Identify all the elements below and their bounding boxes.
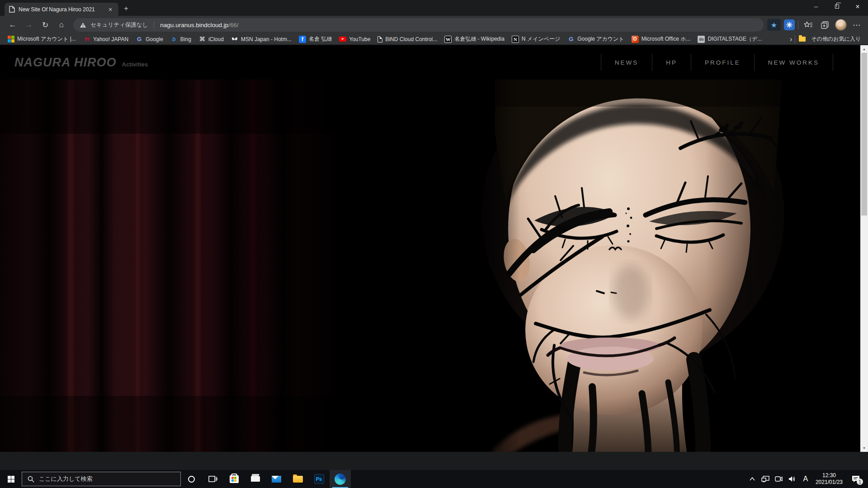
- url-host: nagu.uranus.bindcloud.jp: [160, 22, 228, 28]
- notification-badge: 1: [857, 479, 863, 485]
- store-bag-icon: [230, 475, 239, 483]
- scroll-down-arrow[interactable]: ▼: [860, 444, 868, 452]
- snowflake-icon: [786, 22, 793, 28]
- n-letter-icon: N: [512, 36, 519, 43]
- microsoft-icon: [7, 36, 14, 43]
- windows-logo-icon: [8, 476, 14, 483]
- network-status[interactable]: [759, 470, 772, 488]
- back-button[interactable]: ←: [5, 17, 21, 33]
- address-separator: [154, 21, 154, 28]
- extension-button[interactable]: [784, 19, 795, 30]
- volume-control[interactable]: [786, 470, 799, 488]
- favorites-star-icon: [804, 21, 813, 28]
- tab-bar: New Site Of Nagura Hiroo 2021 × + ─ ×: [0, 0, 868, 16]
- page-scrollbar[interactable]: ▲ ▼: [860, 45, 868, 452]
- speaker-icon: [788, 476, 796, 482]
- bookmark-google[interactable]: G Google: [132, 34, 167, 44]
- apple-icon: ⌘: [198, 36, 206, 43]
- reload-button[interactable]: ↻: [37, 17, 53, 33]
- folder-icon: [799, 37, 806, 42]
- home-button[interactable]: ⌂: [53, 17, 70, 33]
- bookmark-n-mainpage[interactable]: N N メインページ: [508, 34, 564, 44]
- search-icon: [28, 476, 34, 483]
- bookmark-yahoo-japan[interactable]: Y! Yahoo! JAPAN: [80, 34, 132, 44]
- ethernet-icon: [761, 476, 769, 482]
- bookmark-bind-cloud[interactable]: BiND Cloud Control...: [374, 34, 441, 44]
- bookmark-microsoft[interactable]: Microsoft アカウント |...: [4, 34, 80, 44]
- collections-button[interactable]: [818, 19, 832, 31]
- favorite-star-button[interactable]: ★: [767, 19, 781, 31]
- address-bar[interactable]: セキュリティ保護なし nagu.uranus.bindcloud.jp/66/: [73, 18, 764, 32]
- edge-icon: [335, 474, 346, 485]
- taskbar-clock[interactable]: 12:30 2021/01/23: [812, 470, 846, 488]
- settings-menu-button[interactable]: ⋯: [850, 19, 863, 31]
- profile-avatar[interactable]: [835, 19, 847, 31]
- bookmark-office[interactable]: O Microsoft Office ホ...: [628, 34, 694, 44]
- security-warning-icon: [80, 22, 86, 28]
- browser-tab[interactable]: New Site Of Nagura Hiroo 2021 ×: [5, 3, 118, 16]
- action-center-button[interactable]: 1: [846, 470, 865, 488]
- search-placeholder: ここに入力して検索: [39, 475, 93, 483]
- page-viewport: NAGURA HIROO Activities NEWS HP PROFILE …: [0, 45, 868, 452]
- windows-taskbar: ここに入力して検索 Ps: [0, 470, 868, 488]
- ime-indicator[interactable]: A: [799, 470, 812, 488]
- scrollbar-thumb[interactable]: [861, 53, 867, 216]
- bookmark-msn[interactable]: MSN Japan - Hotm...: [227, 34, 295, 44]
- tab-title: New Site Of Nagura Hiroo 2021: [19, 6, 103, 13]
- office-icon: O: [632, 36, 639, 43]
- bookmark-overflow-chevron[interactable]: ›: [787, 35, 795, 43]
- chevron-up-icon: [750, 477, 755, 481]
- scroll-up-arrow[interactable]: ▲: [860, 45, 868, 53]
- new-tab-button[interactable]: +: [118, 4, 134, 16]
- bookmark-icloud[interactable]: ⌘ iCloud: [195, 34, 227, 44]
- bookmark-digitalstage[interactable]: ds DIGITALSTAGE（デ...: [694, 34, 765, 44]
- toolbar-separator: [798, 21, 798, 29]
- bing-icon: b: [170, 36, 178, 43]
- restore-icon: [835, 5, 839, 9]
- file-explorer-button[interactable]: [287, 470, 308, 488]
- cortana-button[interactable]: [181, 470, 202, 488]
- start-button[interactable]: [0, 470, 22, 488]
- close-button[interactable]: ×: [847, 0, 868, 13]
- google-icon: G: [136, 36, 143, 43]
- bookmark-bing[interactable]: b Bing: [167, 34, 195, 44]
- package-app-button[interactable]: [245, 470, 266, 488]
- cortana-icon: [188, 476, 195, 483]
- hero-artwork: [0, 80, 868, 452]
- package-box-icon: [251, 476, 260, 482]
- security-warning-label: セキュリティ保護なし: [90, 21, 148, 29]
- browser-toolbar: ← → ↻ ⌂ セキュリティ保護なし nagu.uranus.bindcloud…: [0, 16, 868, 34]
- task-view-button[interactable]: [202, 470, 223, 488]
- tray-expand-button[interactable]: [746, 470, 759, 488]
- mail-app-button[interactable]: [266, 470, 287, 488]
- bookmarks-bar: Microsoft アカウント |... Y! Yahoo! JAPAN G G…: [0, 34, 868, 45]
- favorites-menu-button[interactable]: [802, 19, 815, 31]
- youtube-icon: [339, 37, 346, 42]
- system-tray: A 12:30 2021/01/23 1: [746, 470, 868, 488]
- nav-item-news[interactable]: NEWS: [601, 59, 652, 66]
- bookmark-google-account[interactable]: G Google アカウント: [564, 34, 627, 44]
- forward-button[interactable]: →: [21, 17, 37, 33]
- site-header: NAGURA HIROO Activities NEWS HP PROFILE …: [0, 45, 860, 80]
- google-icon: G: [567, 36, 575, 43]
- bookmark-facebook[interactable]: f 名倉 弘雄: [295, 34, 335, 44]
- edge-browser-button[interactable]: [330, 470, 351, 488]
- microsoft-store-button[interactable]: [223, 470, 245, 488]
- nav-item-hp[interactable]: HP: [652, 59, 691, 66]
- restore-button[interactable]: [826, 0, 847, 13]
- nav-item-new-works[interactable]: NEW WORKS: [755, 59, 833, 66]
- nav-item-profile[interactable]: PROFILE: [691, 59, 754, 66]
- bookmark-youtube[interactable]: YouTube: [335, 34, 374, 44]
- tab-close-icon[interactable]: ×: [107, 6, 114, 13]
- meet-now[interactable]: [772, 470, 786, 488]
- bookmark-wikipedia[interactable]: W 名倉弘雄 - Wikipedia: [441, 34, 508, 44]
- photoshop-button[interactable]: Ps: [308, 470, 330, 488]
- photoshop-icon: Ps: [314, 474, 324, 484]
- camera-icon: [775, 476, 783, 482]
- other-favorites-folder[interactable]: その他のお気に入り: [795, 34, 864, 44]
- yahoo-icon: Y!: [83, 36, 90, 43]
- minimize-button[interactable]: ─: [806, 0, 826, 13]
- facebook-icon: f: [299, 36, 306, 43]
- taskbar-search-box[interactable]: ここに入力して検索: [22, 472, 181, 486]
- window-controls: ─ ×: [806, 0, 868, 13]
